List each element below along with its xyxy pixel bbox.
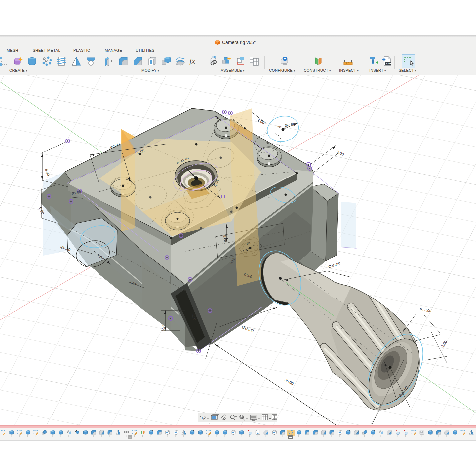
svg-text:fx: 3.00: fx: 3.00 <box>420 307 432 313</box>
svg-text:4.00: 4.00 <box>161 324 166 332</box>
svg-text:fx: fx <box>189 57 195 65</box>
svg-text:3.00: 3.00 <box>440 340 448 348</box>
svg-text:Ø10.00: Ø10.00 <box>328 261 341 269</box>
svg-text:5.00: 5.00 <box>223 235 227 242</box>
svg-text:35.00: 35.00 <box>284 378 294 386</box>
svg-text:2.00: 2.00 <box>257 118 265 125</box>
svg-text:SVG: SVG <box>386 62 391 65</box>
svg-text:2.00: 2.00 <box>336 150 344 156</box>
svg-text:fx:: fx: <box>277 125 281 129</box>
svg-text:Ø7.50: Ø7.50 <box>285 122 296 128</box>
svg-text:Ø15.00: Ø15.00 <box>241 325 254 333</box>
svg-text:8.00: 8.00 <box>44 168 51 176</box>
